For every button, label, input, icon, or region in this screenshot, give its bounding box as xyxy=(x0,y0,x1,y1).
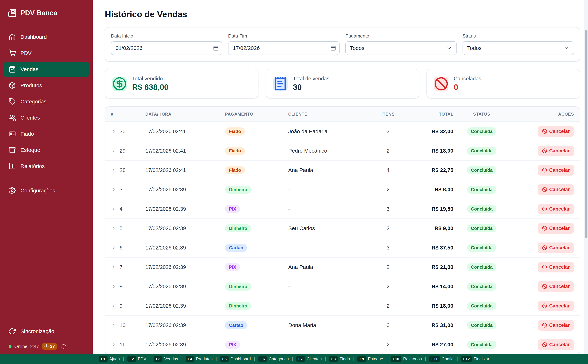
date-end-input[interactable] xyxy=(228,41,340,55)
expand-row-icon[interactable] xyxy=(111,264,116,270)
ban-icon xyxy=(542,342,547,347)
expand-row-icon[interactable] xyxy=(111,148,116,153)
sidebar-item-dashboard[interactable]: Dashboard xyxy=(4,29,89,45)
expand-row-icon[interactable] xyxy=(111,187,116,192)
cancel-label: Cancelar xyxy=(549,342,570,347)
shortcut-f3[interactable]: F3 Vendas xyxy=(154,356,178,362)
vertical-scrollbar[interactable] xyxy=(584,0,588,354)
sale-items: 3 xyxy=(372,245,405,251)
ban-icon xyxy=(542,245,547,250)
shortcut-f12[interactable]: F12 Finalizar xyxy=(461,356,489,362)
sale-datetime: 17/02/2026 02:41 xyxy=(145,167,225,173)
payment-badge: PIX xyxy=(225,341,240,349)
expand-row-icon[interactable] xyxy=(111,206,116,212)
shortcut-f7[interactable]: F7 Clientes xyxy=(296,356,322,362)
sidebar-item-sincronizacao[interactable]: Sincronização xyxy=(4,324,89,339)
sidebar-item-estoque[interactable]: Estoque xyxy=(4,143,89,158)
filter-payment: Pagamento Todos xyxy=(345,33,457,55)
col-header-actions: AÇÕES xyxy=(510,112,574,117)
cancel-sale-button[interactable]: Cancelar xyxy=(538,223,574,234)
cancel-sale-button[interactable]: Cancelar xyxy=(538,146,574,156)
status-select[interactable]: Todos xyxy=(463,41,574,55)
shortcut-f2[interactable]: F2 PDV xyxy=(127,356,146,362)
chevron-down-icon xyxy=(446,45,452,51)
table-row: 9 17/02/2026 02:39 Dinheiro - 2 R$ 18,00… xyxy=(105,296,580,316)
expand-row-icon[interactable] xyxy=(111,129,116,134)
sidebar-item-pdv[interactable]: PDV xyxy=(4,46,89,61)
sidebar-item-clientes[interactable]: Clientes xyxy=(4,110,89,125)
expand-row-icon[interactable] xyxy=(111,245,116,250)
table-body: 30 17/02/2026 02:41 Fiado João da Padari… xyxy=(105,122,580,354)
shortcut-key: F11 xyxy=(429,356,440,362)
sidebar-item-vendas[interactable]: Vendas xyxy=(4,62,89,77)
shortcut-label: PDV xyxy=(138,357,146,362)
cancel-sale-button[interactable]: Cancelar xyxy=(538,204,574,214)
sidebar-item-label: PDV xyxy=(20,50,32,56)
cancel-sale-button[interactable]: Cancelar xyxy=(538,262,574,273)
table-row: 6 17/02/2026 02:39 Cartao - 3 R$ 37,50 C… xyxy=(105,238,580,258)
status-badge: Concluída xyxy=(467,127,497,136)
shortcut-f5[interactable]: F5 Dashboard xyxy=(220,356,251,362)
expand-row-icon[interactable] xyxy=(111,284,116,289)
expand-row-icon[interactable] xyxy=(111,226,116,231)
cancel-sale-button[interactable]: Cancelar xyxy=(538,242,574,253)
expand-row-icon[interactable] xyxy=(111,323,116,328)
cancel-sale-button[interactable]: Cancelar xyxy=(538,126,574,137)
shortcut-f9[interactable]: F9 Estoque xyxy=(357,356,383,362)
sidebar-item-fiado[interactable]: Fiado xyxy=(4,126,89,142)
stat-value: R$ 638,00 xyxy=(132,83,168,92)
bag-icon xyxy=(9,66,16,73)
stat-card-total-vendido: Total vendido R$ 638,00 xyxy=(105,69,258,98)
sale-datetime: 17/02/2026 02:39 xyxy=(145,245,225,251)
sidebar-item-categorias[interactable]: Categorias xyxy=(4,94,89,109)
status-select-value: Todos xyxy=(467,45,482,51)
sale-items: 2 xyxy=(372,148,405,154)
sale-client: Seu Carlos xyxy=(288,225,372,231)
sale-total: R$ 18,00 xyxy=(405,148,453,154)
sale-datetime: 17/02/2026 02:39 xyxy=(145,322,225,328)
shortcut-separator: | xyxy=(325,357,326,361)
sale-total: R$ 37,50 xyxy=(405,245,453,251)
expand-row-icon[interactable] xyxy=(111,303,116,309)
shortcut-label: Produtos xyxy=(196,357,213,362)
shortcut-f1[interactable]: F1 Ajuda xyxy=(99,356,120,362)
cancel-sale-button[interactable]: Cancelar xyxy=(538,301,574,311)
shortcut-f11[interactable]: F11 Config xyxy=(429,356,453,362)
col-header-id: # xyxy=(111,112,145,117)
payment-select[interactable]: Todos xyxy=(345,41,457,55)
sync-refresh-icon[interactable] xyxy=(61,344,66,349)
payment-badge: PIX xyxy=(225,263,240,271)
ban-icon xyxy=(542,187,547,192)
sale-id: 11 xyxy=(120,342,125,348)
status-badge: Concluída xyxy=(467,244,497,252)
filter-label: Status xyxy=(463,33,574,39)
sidebar-item-relatorios[interactable]: Relatórios xyxy=(4,159,89,174)
shortcut-key: F3 xyxy=(154,356,163,362)
sidebar-item-label: Vendas xyxy=(20,66,39,72)
cancel-sale-button[interactable]: Cancelar xyxy=(538,339,574,350)
shortcut-f8[interactable]: F8 Fiado xyxy=(329,356,350,362)
shortcut-f6[interactable]: F6 Categorias xyxy=(258,356,289,362)
users-icon xyxy=(9,114,16,121)
shortcut-key: F7 xyxy=(296,356,305,362)
shortcut-key: F6 xyxy=(258,356,267,362)
cancel-sale-button[interactable]: Cancelar xyxy=(538,281,574,292)
cancel-sale-button[interactable]: Cancelar xyxy=(538,320,574,331)
payment-badge: Dinheiro xyxy=(225,224,251,233)
expand-row-icon[interactable] xyxy=(111,342,116,347)
status-badge: Concluída xyxy=(467,263,497,271)
sidebar-item-configuracoes[interactable]: Configurações xyxy=(4,183,89,198)
sale-datetime: 17/02/2026 02:39 xyxy=(145,225,225,231)
shortcut-f10[interactable]: F10 Relatórios xyxy=(391,356,422,362)
expand-row-icon[interactable] xyxy=(111,168,116,173)
sidebar-item-produtos[interactable]: Produtos xyxy=(4,78,89,93)
scrollbar-thumb[interactable] xyxy=(585,30,588,238)
gear-icon xyxy=(9,187,16,194)
shortcut-f4[interactable]: F4 Produtos xyxy=(186,356,213,362)
ban-icon xyxy=(434,77,448,91)
col-header-status: STATUS xyxy=(453,112,510,117)
cancel-sale-button[interactable]: Cancelar xyxy=(538,184,574,195)
date-start-input[interactable] xyxy=(111,41,222,55)
cancel-sale-button[interactable]: Cancelar xyxy=(538,165,574,176)
sale-client: Ana Paula xyxy=(288,264,372,270)
